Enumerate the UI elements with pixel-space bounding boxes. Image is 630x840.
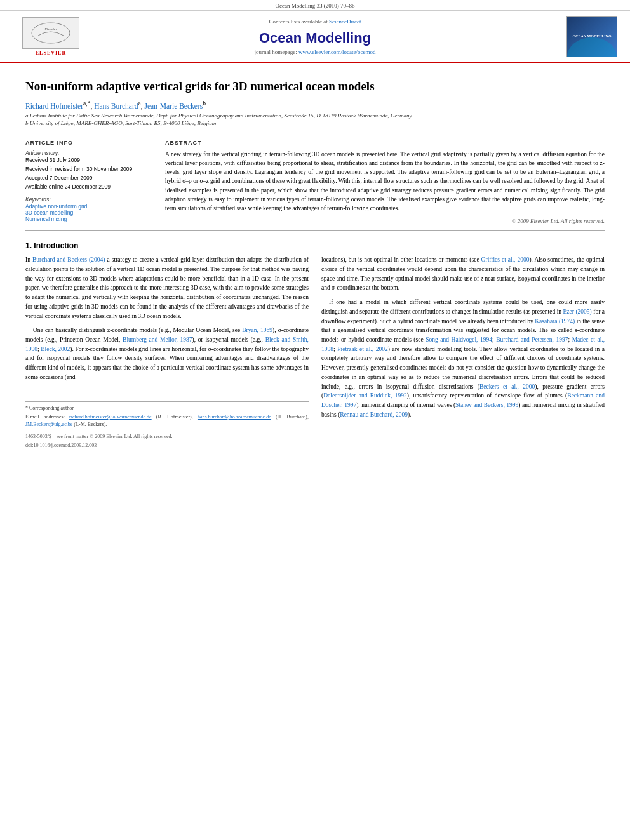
info-abstract-section: ARTICLE INFO Article history: Received 3… (25, 140, 605, 225)
ref-deleersnijder[interactable]: Deleersnijder and Ruddick, 1992 (323, 392, 407, 399)
keyword-2: 3D ocean modelling (25, 210, 144, 216)
journal-homepage-link[interactable]: www.elsevier.com/locate/ocemod (298, 49, 375, 55)
author-beckers: Jean-Marie Beckers (145, 102, 203, 110)
body-para-4: If one had a model in which different ve… (321, 298, 605, 419)
ref-pietrzak-2002[interactable]: Pietrzak et al., 2002 (337, 346, 387, 352)
body-para-2: One can basically distinguish z-coordina… (25, 326, 309, 382)
journal-title: Ocean Modelling (89, 30, 541, 46)
email-footnote: E-mail addresses: richard.hofmeister@io-… (25, 413, 309, 429)
email-hofmeister[interactable]: richard.hofmeister@io-warnemuende.de (69, 414, 152, 420)
header-divider (25, 133, 605, 133)
abstract-body: A new strategy for the vertical gridding… (165, 150, 605, 213)
abstract-column: ABSTRACT A new strategy for the vertical… (165, 140, 605, 225)
cover-title: OCEAN MODELLING (572, 34, 611, 39)
ref-song-haidvogel[interactable]: Song and Haidvogel, 1994 (426, 337, 492, 343)
ref-kasahara-1974[interactable]: Kasahara (1974) (535, 318, 575, 324)
email-beckers[interactable]: JM.Beckers@ulg.ac.be (25, 422, 72, 427)
journal-header: Elsevier ELSEVIER Contents lists availab… (0, 11, 630, 63)
doi-text: doi:10.1016/j.ocemod.2009.12.003 (25, 441, 309, 450)
ref-blumberg-mellor[interactable]: Blumberg and Mellor, 1987 (123, 337, 192, 343)
journal-cover-image: OCEAN MODELLING (566, 16, 617, 57)
elsevier-emblem: Elsevier (22, 17, 79, 49)
page-footer: 1463-5003/$ – see front matter © 2009 El… (25, 433, 309, 441)
keyword-3: Numerical mixing (25, 216, 144, 222)
ref-stanev-beckers[interactable]: Stanev and Beckers, 1999 (455, 402, 518, 408)
body-two-col: In Burchard and Beckers (2004) a strateg… (25, 255, 605, 450)
journal-header-center: Contents lists available at ScienceDirec… (89, 18, 541, 55)
body-col-left: In Burchard and Beckers (2004) a strateg… (25, 255, 309, 450)
affiliation-a: a Leibniz Institute for Baltic Sea Resea… (25, 112, 605, 119)
body-para-3: locations), but is not optimal in other … (321, 255, 605, 293)
ref-bryan-1969[interactable]: Bryan, 1969 (242, 327, 272, 333)
keywords-section: Keywords: Adaptive non-uniform grid 3D o… (25, 196, 144, 222)
ref-ezer-2005[interactable]: Ezer (2005) (563, 309, 592, 315)
elsevier-logo: Elsevier ELSEVIER (13, 17, 89, 56)
svg-point-0 (32, 23, 70, 43)
elsevier-branding: Elsevier ELSEVIER (13, 17, 89, 56)
body-divider (25, 230, 605, 231)
and-text: and (522, 402, 531, 408)
abstract-title: ABSTRACT (165, 140, 605, 146)
sciencedirect-link[interactable]: ScienceDirect (329, 18, 361, 25)
available-date: Available online 24 December 2009 (25, 183, 144, 190)
article-title: Non-uniform adaptive vertical grids for … (25, 79, 605, 95)
body-section: 1. Introduction In Burchard and Beckers … (25, 241, 605, 450)
body-para-1: In Burchard and Beckers (2004) a strateg… (25, 255, 309, 321)
footnotes-area: * Corresponding author. E-mail addresses… (25, 401, 309, 429)
journal-citation: Ocean Modelling 33 (2010) 70–86 (276, 3, 355, 9)
history-label: Article history: (25, 150, 144, 156)
svg-text:Elsevier: Elsevier (44, 27, 57, 31)
received-date: Received 31 July 2009 (25, 157, 144, 163)
ref-griffies-2000[interactable]: Griffies et al., 2000 (481, 257, 530, 263)
elsevier-wordmark: ELSEVIER (36, 50, 66, 56)
journal-homepage: journal homepage: www.elsevier.com/locat… (89, 49, 541, 55)
revised-date: Received in revised form 30 November 200… (25, 166, 144, 172)
ref-rennau-burchard[interactable]: Rennau and Burchard, 2009 (340, 411, 408, 418)
corresponding-author-note: * Corresponding author. (25, 404, 309, 412)
ref-beckers-2000[interactable]: Beckers et al., 2000 (479, 383, 535, 390)
ref-burchard-beckers-2004[interactable]: Burchard and Beckers (2004) (32, 257, 105, 263)
article-info-title: ARTICLE INFO (25, 140, 144, 146)
sciencedirect-notice: Contents lists available at ScienceDirec… (89, 18, 541, 25)
article-info-column: ARTICLE INFO Article history: Received 3… (25, 140, 152, 225)
issn-text: 1463-5003/$ – see front matter © 2009 El… (25, 433, 173, 441)
copyright-notice: © 2009 Elsevier Ltd. All rights reserved… (165, 218, 605, 224)
journal-cover: OCEAN MODELLING (541, 16, 617, 57)
cover-decoration (567, 37, 617, 57)
top-bar: Ocean Modelling 33 (2010) 70–86 (0, 0, 630, 11)
email-burchard[interactable]: hans.burchard@io-warnemuende.de (198, 414, 271, 420)
author-hofmeister: Richard Hofmeister (25, 102, 83, 110)
accepted-date: Accepted 7 December 2009 (25, 175, 144, 181)
affiliation-b: b University of Liège, MARE-GHER-AGO, Sa… (25, 120, 605, 126)
author-burchard: Hans Burchard (94, 102, 138, 110)
ref-bleck-2002[interactable]: Bleck, 2002 (41, 346, 70, 352)
ref-burchard-petersen[interactable]: Burchard and Petersen, 1997 (496, 337, 568, 343)
authors-line: Richard Hofmeistera,*, Hans Burcharda, J… (25, 100, 605, 110)
section-1-heading: 1. Introduction (25, 241, 605, 250)
keyword-1: Adaptive non-uniform grid (25, 203, 144, 210)
body-col-right: locations), but is not optimal in other … (321, 255, 605, 450)
main-content: Non-uniform adaptive vertical grids for … (0, 63, 630, 457)
keywords-label: Keywords: (25, 196, 144, 203)
